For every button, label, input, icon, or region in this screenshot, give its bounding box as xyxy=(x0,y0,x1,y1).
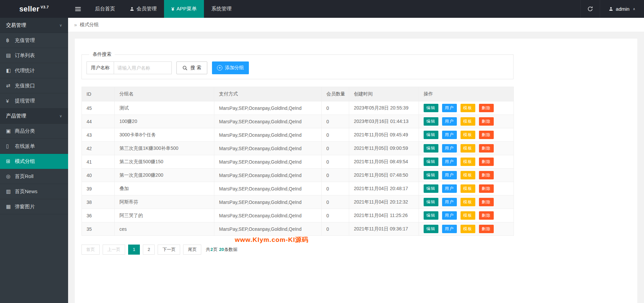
delete-button[interactable]: 删除 xyxy=(479,144,494,153)
delete-button[interactable]: 删除 xyxy=(479,184,494,193)
dispatch-icon: ▯ xyxy=(6,143,15,149)
edit-button[interactable]: 编辑 xyxy=(424,198,438,206)
cell-group-name: 阿三哭了的 xyxy=(115,209,214,222)
cell-created-time: 2021年11月01日 09:36:17 xyxy=(349,222,419,236)
user-button[interactable]: 用户 xyxy=(442,158,457,166)
breadcrumb: » 模式分组 xyxy=(68,18,644,32)
page-last-button[interactable]: 尾页 xyxy=(183,245,201,255)
topnav-dashboard[interactable]: 后台首页 xyxy=(88,0,122,18)
page-prev-button[interactable]: 上一页 xyxy=(103,245,125,255)
template-button[interactable]: 模板 xyxy=(461,131,475,139)
cell-id: 39 xyxy=(82,182,115,196)
page-1-button[interactable]: 1 xyxy=(128,245,140,255)
search-button[interactable]: 搜 索 xyxy=(176,61,207,74)
user-button[interactable]: 用户 xyxy=(442,104,457,112)
cell-member-count: 0 xyxy=(322,115,349,128)
template-button[interactable]: 模板 xyxy=(461,198,475,206)
topnav-app-menu[interactable]: ¥ APP菜单 xyxy=(164,0,204,18)
username-field-label: 用户名称 xyxy=(87,61,114,74)
admin-menu[interactable]: admin ∧ xyxy=(600,0,644,18)
edit-button[interactable]: 编辑 xyxy=(424,171,438,179)
table-row: 35 ces MarsPay,SEP,Oceanpay,GoldInd,QeIn… xyxy=(82,222,514,236)
delete-button[interactable]: 删除 xyxy=(479,117,494,126)
delete-button[interactable]: 删除 xyxy=(479,104,494,112)
logo-version: V3.7 xyxy=(41,5,49,9)
sidebar-item-goods-category[interactable]: ▣ 商品分类 xyxy=(0,124,68,139)
cell-actions: 编辑 用户 模板 删除 xyxy=(419,196,514,209)
edit-button[interactable]: 编辑 xyxy=(424,158,438,166)
sidebar-item-home-roll[interactable]: ◎ 首页Roll xyxy=(0,169,68,184)
template-button[interactable]: 模板 xyxy=(461,158,475,166)
template-button[interactable]: 模板 xyxy=(461,144,475,153)
sidebar-item-agent-stats[interactable]: ◧ 代理统计 xyxy=(0,63,68,78)
user-button[interactable]: 用户 xyxy=(442,184,457,193)
cell-pay-methods: MarsPay,SEP,Oceanpay,GoldInd,QeInd xyxy=(214,169,322,182)
refresh-button[interactable] xyxy=(580,0,600,18)
user-button[interactable]: 用户 xyxy=(442,198,457,206)
chevron-up-icon: ∧ xyxy=(633,7,635,11)
chart-icon: ◧ xyxy=(6,68,15,74)
delete-button[interactable]: 删除 xyxy=(479,211,494,220)
edit-button[interactable]: 编辑 xyxy=(424,225,438,233)
edit-button[interactable]: 编辑 xyxy=(424,184,438,193)
sidebar-section-product[interactable]: 产品管理 ∨ xyxy=(0,109,68,124)
user-button[interactable]: 用户 xyxy=(442,117,457,126)
table-row: 39 叠加 MarsPay,SEP,Oceanpay,GoldInd,QeInd… xyxy=(82,182,514,196)
template-button[interactable]: 模板 xyxy=(461,211,475,220)
user-button[interactable]: 用户 xyxy=(442,171,457,179)
cell-group-name: 第二次充值500赚150 xyxy=(115,155,214,169)
sidebar-item-popup-image[interactable]: ▦ 弹窗图片 xyxy=(0,199,68,214)
sidebar-item-withdraw-manage[interactable]: ¥ 提现管理 xyxy=(0,93,68,109)
sidebar-item-recharge-manage[interactable]: ฿ 充值管理 xyxy=(0,33,68,48)
topnav-system[interactable]: 系统管理 xyxy=(204,0,239,18)
cell-group-name: 3000卡单8个任务 xyxy=(115,128,214,142)
sidebar: 交易管理 ∨ ฿ 充值管理 ▤ 订单列表 ◧ 代理统计 ⇄ 充值接口 ¥ 提现管… xyxy=(0,18,68,303)
user-button[interactable]: 用户 xyxy=(442,211,457,220)
app-logo: sellerV3.7 xyxy=(0,0,68,18)
delete-button[interactable]: 删除 xyxy=(479,225,494,233)
menu-icon xyxy=(75,7,81,8)
edit-button[interactable]: 编辑 xyxy=(424,211,438,220)
sidebar-item-home-news[interactable]: ▥ 首页News xyxy=(0,184,68,199)
user-button[interactable]: 用户 xyxy=(442,131,457,139)
cell-created-time: 2021年11月04日 20:48:17 xyxy=(349,182,419,196)
delete-button[interactable]: 删除 xyxy=(479,198,494,206)
page-2-button[interactable]: 2 xyxy=(143,245,155,255)
cell-pay-methods: MarsPay,SEP,Oceanpay,GoldInd,QeInd xyxy=(214,115,322,128)
sidebar-item-order-list[interactable]: ▤ 订单列表 xyxy=(0,48,68,63)
sidebar-section-trade[interactable]: 交易管理 ∨ xyxy=(0,18,68,33)
cell-created-time: 2021年11月04日 11:25:26 xyxy=(349,209,419,222)
cell-pay-methods: MarsPay,SEP,Oceanpay,GoldInd,QeInd xyxy=(214,128,322,142)
template-button[interactable]: 模板 xyxy=(461,225,475,233)
sidebar-item-recharge-api[interactable]: ⇄ 充值接口 xyxy=(0,78,68,93)
delete-button[interactable]: 删除 xyxy=(479,158,494,166)
template-button[interactable]: 模板 xyxy=(461,184,475,193)
cell-created-time: 2023年03月16日 01:44:13 xyxy=(349,115,419,128)
add-group-button[interactable]: + 添加分组 xyxy=(212,61,249,74)
table-row: 44 100赚20 MarsPay,SEP,Oceanpay,GoldInd,Q… xyxy=(82,115,514,128)
user-button[interactable]: 用户 xyxy=(442,225,457,233)
page-first-button[interactable]: 首页 xyxy=(82,245,100,255)
sidebar-item-online-dispatch[interactable]: ▯ 在线派单 xyxy=(0,139,68,154)
username-input[interactable] xyxy=(114,61,172,74)
edit-button[interactable]: 编辑 xyxy=(424,117,438,126)
page-next-button[interactable]: 下一页 xyxy=(158,245,180,255)
template-button[interactable]: 模板 xyxy=(461,104,475,112)
cell-id: 41 xyxy=(82,155,115,169)
sidebar-item-mode-group[interactable]: ⊞ 模式分组 xyxy=(0,154,68,169)
exchange-icon: ⇄ xyxy=(6,83,15,89)
edit-button[interactable]: 编辑 xyxy=(424,104,438,112)
sidebar-toggle-button[interactable] xyxy=(68,0,88,18)
user-button[interactable]: 用户 xyxy=(442,144,457,153)
delete-button[interactable]: 删除 xyxy=(479,131,494,139)
topnav-members[interactable]: 会员管理 xyxy=(122,0,164,18)
edit-button[interactable]: 编辑 xyxy=(424,144,438,153)
column-header-pay: 支付方式 xyxy=(214,87,322,101)
delete-button[interactable]: 删除 xyxy=(479,171,494,179)
search-panel: 条件搜索 用户名称 搜 索 + 添加分组 xyxy=(82,51,514,79)
template-button[interactable]: 模板 xyxy=(461,117,475,126)
table-row: 36 阿三哭了的 MarsPay,SEP,Oceanpay,GoldInd,Qe… xyxy=(82,209,514,222)
edit-button[interactable]: 编辑 xyxy=(424,131,438,139)
cell-id: 43 xyxy=(82,128,115,142)
template-button[interactable]: 模板 xyxy=(461,171,475,179)
